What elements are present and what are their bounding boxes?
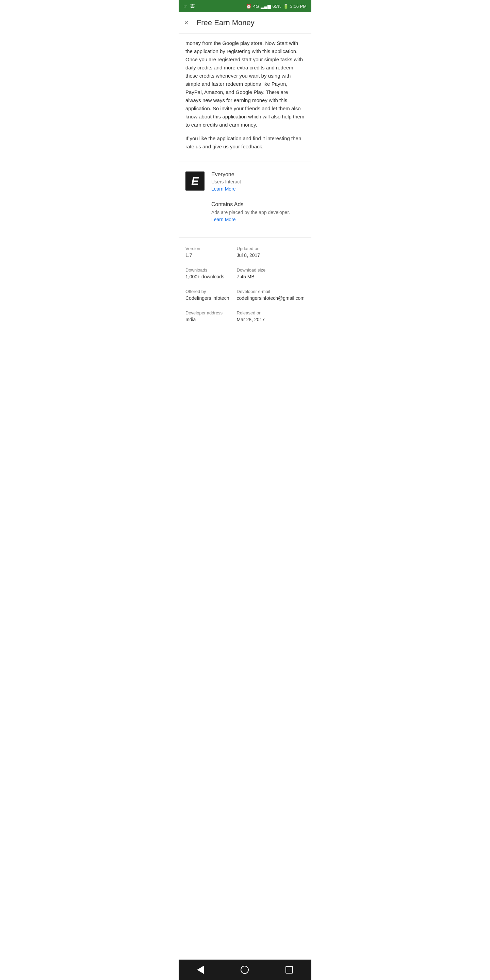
developer-address-item: Developer address India xyxy=(185,310,231,322)
everyone-rating-item: E Everyone Users Interact Learn More xyxy=(185,172,305,192)
bottom-navigation xyxy=(179,959,311,980)
clock: 3:16 PM xyxy=(290,4,307,9)
battery-icon: 🔋 xyxy=(283,4,288,9)
downloads-value: 1,000+ downloads xyxy=(185,274,231,279)
released-on-label: Released on xyxy=(237,310,305,315)
hand-icon: ☞ xyxy=(183,4,188,9)
developer-address-value: India xyxy=(185,317,231,322)
released-on-value: Mar 28, 2017 xyxy=(237,317,305,322)
downloads-label: Downloads xyxy=(185,267,231,272)
offered-by-item: Offered by Codefingers infotech xyxy=(185,289,231,301)
rating-section: E Everyone Users Interact Learn More Con… xyxy=(185,162,305,237)
status-bar-left: ☞ 🖼 xyxy=(183,4,195,9)
updated-on-label: Updated on xyxy=(237,246,305,251)
developer-address-label: Developer address xyxy=(185,310,231,315)
rating-title: Everyone xyxy=(211,172,305,178)
downloads-item: Downloads 1,000+ downloads xyxy=(185,267,231,279)
recents-icon xyxy=(285,966,293,974)
close-icon: × xyxy=(184,18,189,27)
released-on-item: Released on Mar 28, 2017 xyxy=(237,310,305,322)
developer-email-label: Developer e-mail xyxy=(237,289,305,294)
ads-title: Contains Ads xyxy=(211,202,305,208)
close-button[interactable]: × xyxy=(184,18,189,27)
version-value: 1.7 xyxy=(185,253,231,258)
developer-email-value: codefingersinfotech@gmail.com xyxy=(237,295,305,301)
rating-learn-more-link[interactable]: Learn More xyxy=(211,186,236,192)
description-paragraph2: If you like the application and find it … xyxy=(185,134,305,151)
signal-bars-icon: ▂▄▆ xyxy=(261,4,270,9)
offered-by-label: Offered by xyxy=(185,289,231,294)
updated-on-item: Updated on Jul 8, 2017 xyxy=(237,246,305,258)
rating-info: Everyone Users Interact Learn More xyxy=(211,172,305,192)
app-info-section: Version 1.7 Updated on Jul 8, 2017 Downl… xyxy=(185,238,305,329)
version-label: Version xyxy=(185,246,231,251)
main-content: money from the Google play store. Now St… xyxy=(179,34,311,959)
download-size-label: Download size xyxy=(237,267,305,272)
description-paragraph1: money from the Google play store. Now St… xyxy=(185,39,305,129)
page-title: Free Earn Money xyxy=(197,18,255,27)
home-button[interactable] xyxy=(240,966,249,974)
download-size-value: 7.45 MB xyxy=(237,274,305,279)
status-bar: ☞ 🖼 ⏰ 4G ▂▄▆ 65% 🔋 3:16 PM xyxy=(179,0,311,12)
developer-email-item: Developer e-mail codefingersinfotech@gma… xyxy=(237,289,305,301)
recents-button[interactable] xyxy=(285,966,293,974)
rating-subtitle: Users Interact xyxy=(211,179,305,185)
battery-percent: 65% xyxy=(272,4,282,9)
offered-by-value: Codefingers infotech xyxy=(185,295,231,301)
download-size-item: Download size 7.45 MB xyxy=(237,267,305,279)
rating-badge-letter: E xyxy=(191,176,198,186)
network-type: 4G xyxy=(253,4,259,9)
ads-section: Contains Ads Ads are placed by the app d… xyxy=(211,202,305,223)
updated-on-value: Jul 8, 2017 xyxy=(237,253,305,258)
ads-learn-more-link[interactable]: Learn More xyxy=(211,217,236,222)
image-icon: 🖼 xyxy=(190,4,195,9)
home-icon xyxy=(240,966,249,974)
app-header: × Free Earn Money xyxy=(179,12,311,34)
version-item: Version 1.7 xyxy=(185,246,231,258)
ads-subtitle: Ads are placed by the app developer. xyxy=(211,210,305,215)
back-button[interactable] xyxy=(197,966,204,974)
status-bar-right: ⏰ 4G ▂▄▆ 65% 🔋 3:16 PM xyxy=(246,4,307,9)
alarm-icon: ⏰ xyxy=(246,4,251,9)
info-grid: Version 1.7 Updated on Jul 8, 2017 Downl… xyxy=(185,246,305,322)
back-icon xyxy=(197,966,204,974)
rating-badge: E xyxy=(185,172,205,191)
